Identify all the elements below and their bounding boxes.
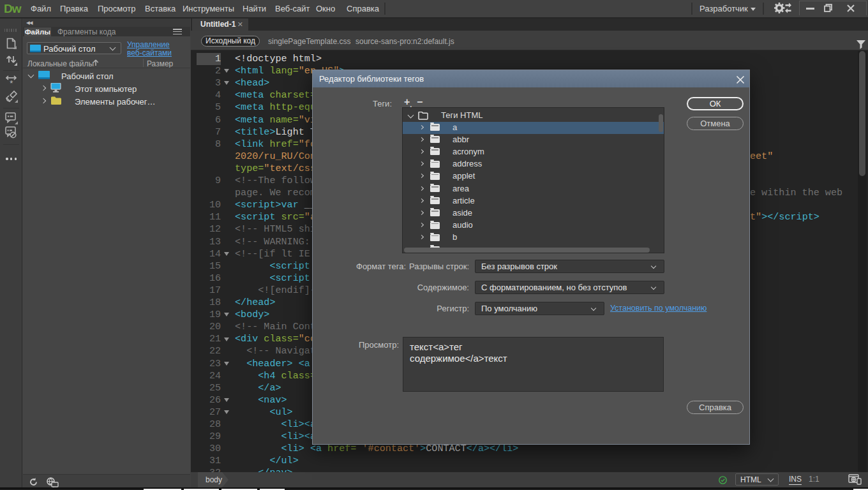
svg-text:*: * xyxy=(10,78,13,86)
